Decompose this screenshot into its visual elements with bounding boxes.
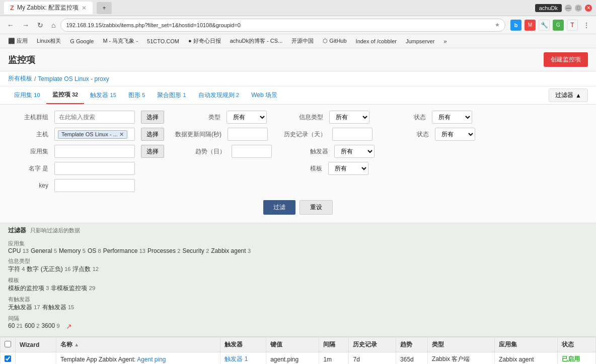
filter-tag-processes[interactable]: Processes 2 xyxy=(147,247,180,254)
sub-nav-triggers[interactable]: 触发器 15 xyxy=(84,87,122,104)
filter-tag-zabbix-agent[interactable]: Zabbix agent 3 xyxy=(211,247,251,254)
row-checkbox[interactable] xyxy=(5,355,11,362)
bookmark-cobbler[interactable]: Index of /cobbler xyxy=(352,37,401,45)
select-all-checkbox[interactable] xyxy=(5,341,11,347)
row-name-link[interactable]: Agent ping xyxy=(137,356,166,363)
filter-tag-has-trigger[interactable]: 有触发器 15 xyxy=(42,303,74,312)
bookmark-51cto[interactable]: 51CTO.COM xyxy=(143,37,183,45)
row-triggers-link[interactable]: 触发器 1 xyxy=(225,355,248,362)
status-select[interactable]: 所有 xyxy=(432,111,472,124)
bookmark-linux[interactable]: Linux相关 xyxy=(33,36,65,46)
sub-nav-web[interactable]: Web 场景 xyxy=(245,87,283,104)
filter-tag-no-trigger[interactable]: 无触发器 17 xyxy=(8,303,40,312)
breadcrumb-template-name[interactable]: Template OS Linux - proxy xyxy=(38,75,109,82)
breadcrumb: 所有模板 / Template OS Linux - proxy xyxy=(0,71,596,86)
col-header-name[interactable]: 名称 ▲ xyxy=(56,337,220,352)
bookmark-github[interactable]: ⬡ GitHub xyxy=(319,37,350,45)
filter-tag-general[interactable]: General 5 xyxy=(31,247,57,254)
filter-tag-float[interactable]: 浮点数 12 xyxy=(72,265,99,274)
bookmark-google[interactable]: G Google xyxy=(66,37,98,45)
reset-btn[interactable]: 重设 xyxy=(300,200,333,215)
app-set-select-btn[interactable]: 选择 xyxy=(141,145,164,158)
host-group-input[interactable] xyxy=(54,111,135,124)
filter-tag-security[interactable]: Security 2 xyxy=(182,247,209,254)
update-interval-input[interactable] xyxy=(228,128,268,141)
filter-tag-memory[interactable]: Memory 5 xyxy=(59,247,86,254)
new-tab-btn[interactable]: + xyxy=(97,2,112,14)
back-btn[interactable]: ← xyxy=(4,19,17,31)
breadcrumb-all-templates[interactable]: 所有模板 xyxy=(8,74,32,83)
table-row: Template App Zabbix Agent: Agent ping 触发… xyxy=(1,352,596,365)
status-label: 状态 xyxy=(386,113,426,122)
host-tag-input[interactable]: Template OS Linux - ... ✕ xyxy=(54,128,135,141)
filter-tag-60[interactable]: 60 21 xyxy=(8,322,23,330)
addon-icon-2[interactable]: 🔧 xyxy=(539,20,550,31)
app-set-label: 应用集 xyxy=(8,147,48,156)
trigger-select[interactable]: 所有 xyxy=(334,145,375,158)
home-btn[interactable]: ⌂ xyxy=(48,19,58,31)
sub-nav-screens[interactable]: 聚合图形 1 xyxy=(151,87,192,104)
filter-tag-os[interactable]: OS 8 xyxy=(88,247,101,254)
filter-tag-non-template-items[interactable]: 非模板监控项 29 xyxy=(51,284,95,293)
history-input[interactable] xyxy=(332,128,372,141)
app-set-input[interactable] xyxy=(54,145,135,158)
filter-btn[interactable]: 过滤 xyxy=(263,200,295,215)
status2-label: 状态 xyxy=(389,130,429,139)
sub-nav-app-sets[interactable]: 应用集 10 xyxy=(8,87,46,104)
bookmark-apps[interactable]: ⬛ 应用 xyxy=(4,36,32,46)
filter-tag-char[interactable]: 字符 4 xyxy=(8,265,25,274)
url-bar[interactable]: 192.168.19.15/zabbix/items.php?filter_se… xyxy=(60,19,505,32)
extensions-icon[interactable]: b xyxy=(510,20,522,31)
host-label: 主机 xyxy=(8,130,48,139)
create-item-btn[interactable]: 创建监控项 xyxy=(544,52,588,67)
reload-btn[interactable]: ↻ xyxy=(34,19,46,31)
template-select[interactable]: 所有 xyxy=(328,162,368,175)
row-status-cell: 已启用 xyxy=(557,352,595,365)
filter-toggle-btn[interactable]: 过滤器 ▲ xyxy=(549,88,588,102)
tab-close-btn[interactable]: ✕ xyxy=(82,5,87,12)
row-type-cell: Zabbix 客户端 xyxy=(428,352,495,365)
sub-nav-items[interactable]: 监控项 32 xyxy=(46,86,85,104)
sub-nav-discovery[interactable]: 自动发现规则 2 xyxy=(192,87,245,104)
row-status-badge[interactable]: 已启用 xyxy=(562,355,580,362)
maximize-btn[interactable]: □ xyxy=(575,5,582,12)
host-group-select-btn[interactable]: 选择 xyxy=(141,111,164,124)
page-title: 监控项 xyxy=(8,54,35,66)
filter-tag-uint[interactable]: 数字 (无正负) 16 xyxy=(27,265,70,274)
col-header-type: 类型 xyxy=(428,337,495,352)
col-header-trend: 趋势 xyxy=(396,337,428,352)
row-trend-cell: 365d xyxy=(396,352,428,365)
update-interval-label: 数据更新间隔(秒) xyxy=(175,130,221,139)
addon-icon-4[interactable]: T xyxy=(567,20,578,31)
bookmark-jumpserver[interactable]: Jumpserver xyxy=(402,37,438,45)
browser-tab[interactable]: Z My Zabbix: 配置监控项 ✕ xyxy=(4,2,93,14)
menu-btn[interactable]: ⋮ xyxy=(581,20,592,31)
addon-icon-1[interactable]: M xyxy=(525,20,536,31)
bookmark-makeflyea[interactable]: M - 马克飞象 - xyxy=(99,36,142,46)
filter-group-interval-items: 60 21 600 2 3600 9 ↗ xyxy=(8,322,588,330)
forward-btn[interactable]: → xyxy=(19,19,32,31)
filter-tag-3600[interactable]: 3600 9 xyxy=(41,322,59,330)
name-input[interactable] xyxy=(54,162,135,175)
trend-input[interactable] xyxy=(232,145,272,158)
filter-tag-600[interactable]: 600 2 xyxy=(25,322,39,330)
key-input[interactable] xyxy=(54,179,135,192)
status2-select[interactable]: 所有 xyxy=(435,128,475,141)
filter-tag-cpu[interactable]: CPU 13 xyxy=(8,247,29,254)
bookmark-csdn[interactable]: achuDk的博客 - CS... xyxy=(226,36,287,46)
row-wizard-cell xyxy=(16,352,56,365)
addon-icon-3[interactable]: G xyxy=(553,20,564,31)
bookmark-curiosity[interactable]: ● 好奇心日报 xyxy=(184,36,225,46)
type-select[interactable]: 所有 xyxy=(227,111,267,124)
filter-tag-performance[interactable]: Performance 13 xyxy=(103,247,145,254)
info-type-select[interactable]: 所有 xyxy=(329,111,369,124)
bookmark-more[interactable]: » xyxy=(439,37,451,45)
sub-nav-graphs[interactable]: 图形 5 xyxy=(122,87,151,104)
filter-tag-template-items[interactable]: 模板的监控项 3 xyxy=(8,284,49,293)
host-select-btn[interactable]: 选择 xyxy=(141,128,164,141)
minimize-btn[interactable]: — xyxy=(565,5,572,12)
close-btn[interactable]: ✕ xyxy=(585,5,592,12)
host-tag-close[interactable]: ✕ xyxy=(119,131,124,138)
bookmark-star[interactable]: ★ xyxy=(495,22,500,28)
bookmark-oschina[interactable]: 开源中国 xyxy=(287,36,318,46)
